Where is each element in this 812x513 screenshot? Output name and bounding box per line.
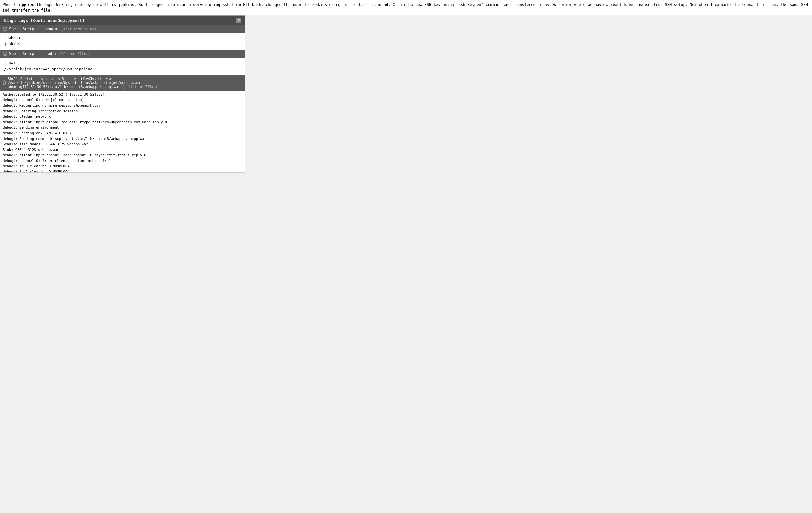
modal-header: Stage Logs (ContinuousDeployment) × [0, 16, 244, 25]
log-header-label-scp: Shell Script -- scp -v -o StrictHostKeyC… [8, 77, 242, 89]
log-icon-scp: ○ [3, 80, 6, 85]
log-line-8: debug1: Sending command: scp -v -t /var/… [3, 136, 242, 142]
log-section-header-scp: ○ Shell Script -- scp -v -o StrictHostKe… [0, 75, 244, 90]
pwd-line-1: /var/lib/jenkins/workspace/Ops_pipeline [4, 66, 241, 72]
stage-section-body-pwd: + pwd /var/lib/jenkins/workspace/Ops_pip… [0, 57, 244, 75]
log-line-0: Authenticated to 172.31.30.52 ([172.31.3… [3, 92, 242, 98]
log-line-6: debug1: Sending environment. [3, 125, 242, 131]
stage-icon-pwd: ○ [3, 52, 7, 56]
log-line-13: debug1: fd 0 clearing O_NONBLOCK [3, 163, 242, 169]
log-line-11: debug1: client_input_channel_req: channe… [3, 153, 242, 158]
log-body-scp[interactable]: Authenticated to 172.31.30.52 ([172.31.3… [0, 90, 244, 172]
stage-icon-whoami: ○ [3, 27, 7, 31]
modal-title: Stage Logs (ContinuousDeployment) [3, 18, 84, 23]
log-line-12: debug1: channel 0: free: client-session,… [3, 158, 242, 164]
log-line-4: debug1: pledge: network [3, 114, 242, 119]
intro-text: When triggered through Jenkins, user by … [0, 0, 812, 16]
pwd-line-0: + pwd [4, 60, 241, 66]
log-line-1: debug1: channel 0: new [client-session] [3, 97, 242, 103]
whoami-line-1: jenkins [4, 41, 241, 47]
log-line-9: Sending file modes: C0644 3125 webapp.wa… [3, 141, 242, 147]
log-line-2: debug1: Requesting no-more-sessions@open… [3, 103, 242, 108]
stage-section-pwd: ○ Shell Script -- pwd (self time 277ms) … [0, 50, 244, 75]
stage-section-whoami: ○ Shell Script -- whoami (self time 286m… [0, 25, 244, 50]
stage-header-label-whoami: Shell Script -- whoami (self time 286ms) [9, 27, 97, 31]
stage-section-header-pwd: ○ Shell Script -- pwd (self time 277ms) [0, 50, 244, 57]
modal-close-button[interactable]: × [236, 18, 241, 23]
stage-section-header-whoami: ○ Shell Script -- whoami (self time 286m… [0, 25, 244, 33]
log-line-5: debug1: client_input_global_request: rty… [3, 119, 242, 125]
log-section-scp: ○ Shell Script -- scp -v -o StrictHostKe… [0, 75, 244, 172]
log-line-14: debug1: fd 1 clearing O_NONBLOCK [3, 169, 242, 172]
stage-header-label-pwd: Shell Script -- pwd (self time 277ms) [9, 52, 90, 56]
log-line-10: Sink: C0644 3125 webapp.war [3, 147, 242, 153]
stage-section-body-whoami: + whoami jenkins [0, 33, 244, 50]
log-line-3: debug1: Entering interactive session. [3, 108, 242, 114]
log-line-7: debug1: Sending env LANG = C.UTF-8 [3, 131, 242, 136]
whoami-line-0: + whoami [4, 35, 241, 41]
modal-overlay: Stage Logs (ContinuousDeployment) × ○ Sh… [0, 16, 245, 173]
